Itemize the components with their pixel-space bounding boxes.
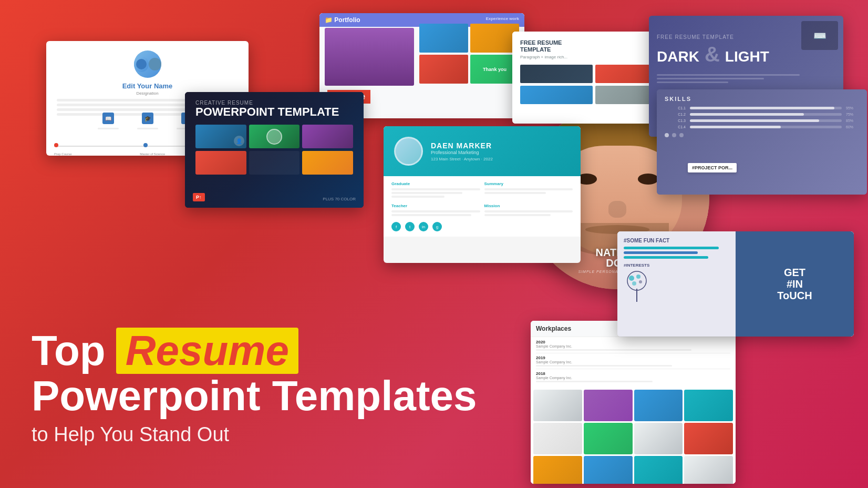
skill-pct-3: 85% bbox=[846, 119, 859, 123]
dark-light-lines bbox=[657, 74, 835, 83]
svg-point-5 bbox=[639, 280, 642, 283]
skill-bar-fill-4 bbox=[690, 126, 781, 128]
interests-label: #INTERESTS bbox=[624, 263, 729, 268]
grid-cell-wp-10 bbox=[584, 456, 633, 484]
mini-card-1 bbox=[419, 24, 468, 53]
graduation-icon-item: 🎓 bbox=[137, 113, 158, 129]
svg-point-1 bbox=[627, 271, 646, 290]
grid-cell-5 bbox=[249, 151, 300, 175]
workplace-year-3: 2018 bbox=[536, 371, 730, 376]
fun-fact-title: #SOME FUN FACT bbox=[624, 238, 729, 243]
svg-point-2 bbox=[629, 276, 634, 281]
dot-1 bbox=[665, 133, 669, 137]
skill-label-4: C1.4 bbox=[665, 125, 686, 129]
skill-bar-bg-2 bbox=[690, 113, 842, 116]
workplace-bar-3 bbox=[536, 381, 653, 382]
creative-grid: 👤 bbox=[195, 125, 353, 175]
get-text: GET bbox=[777, 267, 812, 278]
skill-bar-bg-1 bbox=[690, 107, 842, 109]
in-text: #IN bbox=[777, 278, 812, 290]
workplace-company-2: Sample Company Inc. bbox=[536, 360, 730, 364]
grid-cell-1: 👤 bbox=[195, 125, 246, 148]
daen-section-mission: Mission bbox=[484, 204, 573, 218]
book-icon-item: 📖 bbox=[98, 113, 119, 129]
fun-bar-2 bbox=[624, 251, 698, 254]
light-title: LIGHT bbox=[725, 49, 769, 64]
portfolio-cards-grid: Thank you bbox=[419, 24, 519, 84]
person-silhouette bbox=[325, 28, 414, 86]
grid-cell-wp-8 bbox=[684, 423, 733, 454]
grid-cell-wp-12 bbox=[684, 456, 733, 484]
daen-social-icons: f t in g bbox=[391, 222, 573, 231]
typewriter-icon: ⌨️ bbox=[801, 21, 838, 50]
right-eye bbox=[638, 174, 658, 185]
grid-cell-wp-2 bbox=[584, 390, 633, 421]
skill-bar-bg-3 bbox=[690, 119, 842, 122]
workplace-item-2: 2019 Sample Company Inc. bbox=[536, 355, 730, 369]
skill-pct-4: 60% bbox=[846, 125, 859, 129]
skill-row-4: C1.4 60% bbox=[665, 125, 859, 129]
grid-cell-wp-11 bbox=[634, 456, 683, 484]
dark-title: DARK bbox=[657, 49, 699, 64]
svg-point-4 bbox=[632, 281, 636, 286]
workplace-year-1: 2020 bbox=[536, 340, 730, 344]
main-container: Edit Your Name Designation 📖 🎓 🏅 bbox=[0, 0, 868, 488]
grid-cell-wp-6 bbox=[584, 423, 633, 454]
line-1 bbox=[657, 74, 800, 76]
social-icon-4: g bbox=[432, 222, 442, 231]
grid-cell-wp-9 bbox=[533, 456, 582, 484]
resume-designation: Designation bbox=[136, 91, 158, 96]
grid-cell-wp-5 bbox=[533, 423, 582, 454]
daen-avatar bbox=[394, 137, 423, 166]
fun-fact-right: GET #IN ToUCH bbox=[736, 231, 854, 337]
card-fun-fact: #SOME FUN FACT #INTERESTS bbox=[617, 231, 854, 337]
workplace-year-2: 2019 bbox=[536, 355, 730, 360]
social-icon-1: f bbox=[391, 222, 401, 231]
hero-line2: Powerpoint Templates bbox=[32, 374, 477, 418]
resume-highlight-text: Resume bbox=[116, 328, 298, 374]
tree-icon bbox=[624, 270, 650, 302]
workplaces-content: Workplaces 2020 Sample Company Inc. 2019… bbox=[531, 321, 736, 484]
card-workplaces: Workplaces 2020 Sample Company Inc. 2019… bbox=[531, 321, 736, 484]
resume-avatar bbox=[134, 50, 161, 78]
card-creative-resume: CREATIVE RESUME POWERPOINT TEMPLATE 👤 P↑… bbox=[185, 92, 364, 208]
free-resume-title: FREE RESUMETEMPLATE bbox=[520, 39, 667, 53]
skill-row-2: C1.2 75% bbox=[665, 113, 859, 116]
workplace-item-3: 2018 Sample Company Inc. bbox=[536, 371, 730, 382]
top-word: Top bbox=[32, 330, 106, 372]
workplaces-grid bbox=[531, 387, 736, 484]
daen-contact: 123 Main Street · Anytown · 2022 bbox=[431, 157, 493, 161]
daen-name: DAEN MARKER bbox=[431, 141, 493, 150]
fun-bars bbox=[624, 247, 729, 259]
daen-section-teacher: Teacher bbox=[391, 204, 480, 218]
resume-name: Edit Your Name bbox=[122, 82, 173, 90]
skill-pct-2: 75% bbox=[846, 113, 859, 116]
workplace-bar-2 bbox=[536, 365, 672, 367]
free-resume-subtitle: Paragraph + image rich... bbox=[520, 55, 667, 59]
skill-pct-1: 95% bbox=[846, 106, 859, 110]
creative-resume-content: CREATIVE RESUME POWERPOINT TEMPLATE 👤 P↑… bbox=[185, 92, 364, 208]
colors-badge: PLUS 70 COLOR bbox=[323, 197, 356, 201]
free-cell-3 bbox=[520, 86, 593, 104]
grid-cell-wp-1 bbox=[533, 390, 582, 421]
skill-row-1: C1.1 95% bbox=[665, 106, 859, 110]
dot-3 bbox=[679, 133, 684, 137]
nose bbox=[608, 201, 626, 218]
graduation-icon: 🎓 bbox=[142, 113, 153, 124]
ppt-badge: P↑ bbox=[193, 193, 205, 201]
daen-header: DAEN MARKER Professional Marketing 123 M… bbox=[384, 126, 581, 176]
grid-cell-6 bbox=[302, 151, 353, 175]
card-daen-marker: DAEN MARKER Professional Marketing 123 M… bbox=[384, 126, 581, 263]
hero-line1: Top Resume bbox=[32, 328, 477, 374]
skill-label-1: C1.1 bbox=[665, 106, 686, 110]
hero-text-block: Top Resume Powerpoint Templates to Help … bbox=[32, 328, 477, 446]
line-2 bbox=[657, 78, 764, 79]
fun-bar-1 bbox=[624, 247, 719, 249]
workplaces-list: 2020 Sample Company Inc. 2019 Sample Com… bbox=[531, 337, 736, 387]
daen-sections: Graduate Summary Teacher Mission bbox=[391, 181, 573, 218]
skills-content: SKILLS C1.1 95% C1.2 75% C1.3 bbox=[657, 89, 867, 195]
daen-role: Professional Marketing bbox=[431, 150, 493, 155]
workplace-company-3: Sample Company Inc. bbox=[536, 376, 730, 380]
skills-dots bbox=[665, 133, 859, 137]
get-in-touch-text: GET #IN ToUCH bbox=[777, 267, 812, 301]
